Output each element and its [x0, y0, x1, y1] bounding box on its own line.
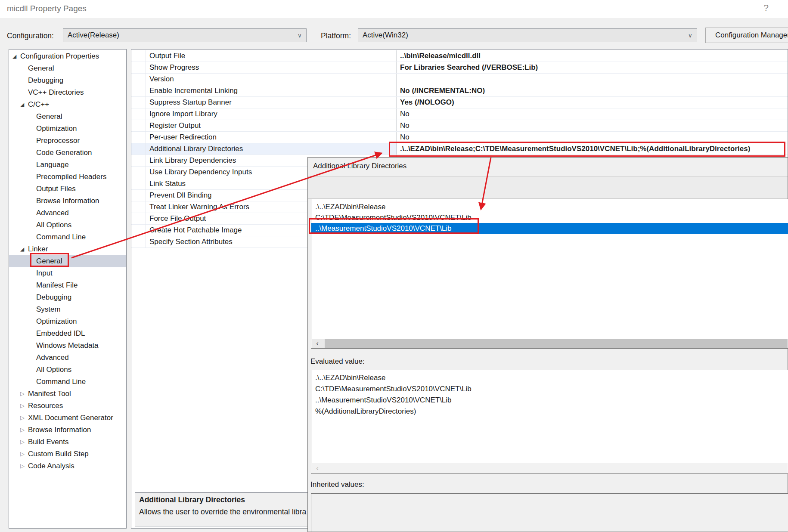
- evaluated-value-box[interactable]: .\..\EZAD\bin\Release C:\TDE\Measurement…: [311, 370, 788, 474]
- property-row-ignore-import-library[interactable]: Ignore Import LibraryNo: [131, 108, 788, 120]
- property-row-output-file[interactable]: Output File..\bin\Release/micdll.dll: [131, 50, 788, 62]
- property-row-enable-incremental-linking[interactable]: Enable Incremental LinkingNo (/INCREMENT…: [131, 85, 788, 97]
- collapsed-arrow-icon[interactable]: ▷: [20, 412, 28, 424]
- tree-item-linker-optimization[interactable]: Optimization: [9, 315, 126, 328]
- expanded-arrow-icon[interactable]: ◢: [20, 99, 28, 111]
- tree-item-general[interactable]: General: [9, 62, 126, 74]
- configuration-dropdown[interactable]: Active(Release) ∨: [63, 28, 307, 42]
- property-value[interactable]: No: [397, 120, 788, 131]
- configuration-value: Active(Release): [68, 31, 119, 39]
- tree-item-label: Language: [36, 161, 69, 169]
- platform-dropdown[interactable]: Active(Win32) ∨: [358, 28, 697, 42]
- property-name[interactable]: Show Progress: [131, 62, 397, 73]
- collapsed-arrow-icon[interactable]: ▷: [20, 424, 28, 436]
- tree-item-embedded-idl[interactable]: Embedded IDL: [9, 328, 126, 340]
- tree-item-label: General: [36, 112, 62, 121]
- tree-item-windows-metadata[interactable]: Windows Metadata: [9, 340, 126, 352]
- configuration-manager-button[interactable]: Configuration Manager...: [705, 28, 788, 43]
- directory-item[interactable]: .\..\EZAD\bin\Release: [311, 201, 788, 212]
- property-row-per-user-redirection[interactable]: Per-user RedirectionNo: [131, 132, 788, 143]
- tree-item-code-generation[interactable]: Code Generation: [9, 147, 126, 159]
- tree-item-cpp-optimization[interactable]: Optimization: [9, 123, 126, 135]
- tree-item-vc-directories[interactable]: VC++ Directories: [9, 87, 126, 99]
- tree-item-linker-input[interactable]: Input: [9, 267, 126, 279]
- property-row-suppress-startup-banner[interactable]: Suppress Startup BannerYes (/NOLOGO): [131, 97, 788, 108]
- tree-item-custom-build-step[interactable]: ▷Custom Build Step: [9, 448, 126, 460]
- tree-item-linker-command-line[interactable]: Command Line: [9, 376, 126, 388]
- tree-item-label: Optimization: [36, 124, 77, 133]
- tree-item-label: Manifest File: [36, 281, 78, 289]
- property-name[interactable]: Per-user Redirection: [131, 132, 397, 143]
- tree-item-preprocessor[interactable]: Preprocessor: [9, 135, 126, 147]
- scroll-left-icon[interactable]: ‹: [312, 339, 323, 348]
- property-name[interactable]: Additional Library Directories: [131, 143, 397, 155]
- expanded-arrow-icon[interactable]: ◢: [20, 243, 28, 255]
- tree-item-linker-advanced[interactable]: Advanced: [9, 352, 126, 364]
- horizontal-scrollbar-disabled[interactable]: ‹: [312, 464, 788, 473]
- property-row-show-progress[interactable]: Show ProgressFor Libraries Searched (/VE…: [131, 62, 788, 74]
- property-row-register-output[interactable]: Register OutputNo: [131, 120, 788, 132]
- collapsed-arrow-icon[interactable]: ▷: [20, 448, 28, 460]
- tree-item-output-files[interactable]: Output Files: [9, 183, 126, 195]
- property-name[interactable]: Suppress Startup Banner: [131, 97, 397, 108]
- additional-library-directories-popup: Additional Library Directories .\..\EZAD…: [307, 157, 788, 532]
- tree-item-linker[interactable]: ◢Linker: [9, 243, 126, 255]
- scroll-left-icon[interactable]: ‹: [312, 464, 323, 473]
- help-icon[interactable]: ?: [760, 3, 772, 13]
- property-name[interactable]: Enable Incremental Linking: [131, 85, 397, 96]
- tree-item-linker-debugging[interactable]: Debugging: [9, 291, 126, 303]
- tree-item-resources[interactable]: ▷Resources: [9, 400, 126, 412]
- tree-item-configuration-properties[interactable]: ◢Configuration Properties: [9, 50, 126, 62]
- tree-item-build-events[interactable]: ▷Build Events: [9, 436, 126, 448]
- scrollbar-thumb[interactable]: [325, 339, 788, 348]
- tree-item-system[interactable]: System: [9, 303, 126, 315]
- collapsed-arrow-icon[interactable]: ▷: [20, 400, 28, 412]
- property-value[interactable]: [397, 74, 788, 85]
- tree-item-cpp-general[interactable]: General: [9, 111, 126, 123]
- tree-item-label: Command Line: [36, 377, 86, 386]
- collapsed-arrow-icon[interactable]: ▷: [20, 436, 28, 448]
- tree-item-precompiled-headers[interactable]: Precompiled Headers: [9, 171, 126, 183]
- property-value[interactable]: No (/INCREMENTAL:NO): [397, 85, 788, 96]
- property-value[interactable]: No: [397, 132, 788, 143]
- inherited-values-box[interactable]: [311, 493, 788, 532]
- property-row-version[interactable]: Version: [131, 74, 788, 85]
- tree-item-linker-general[interactable]: General: [9, 255, 126, 267]
- directory-item-selected[interactable]: ..\MeasurementStudioVS2010\VCNET\Lib: [311, 223, 788, 234]
- tree-item-cpp-command-line[interactable]: Command Line: [9, 231, 126, 243]
- tree-item-xml-document-generator[interactable]: ▷XML Document Generator: [9, 412, 126, 424]
- directories-list[interactable]: .\..\EZAD\bin\Release C:\TDE\Measurement…: [311, 199, 788, 349]
- collapsed-arrow-icon[interactable]: ▷: [20, 460, 28, 472]
- property-name[interactable]: Register Output: [131, 120, 397, 131]
- tree-item-cpp-all-options[interactable]: All Options: [9, 219, 126, 231]
- tree-item-browse-information[interactable]: Browse Information: [9, 195, 126, 207]
- horizontal-scrollbar[interactable]: ‹: [312, 339, 788, 348]
- property-name[interactable]: Version: [131, 74, 397, 85]
- tree-item-language[interactable]: Language: [9, 159, 126, 171]
- property-value[interactable]: Yes (/NOLOGO): [397, 97, 788, 108]
- directory-item[interactable]: C:\TDE\MeasurementStudioVS2010\VCNET\Lib: [311, 212, 788, 223]
- description-title: Additional Library Directories: [139, 495, 245, 504]
- tree-item-label: Configuration Properties: [20, 52, 99, 60]
- property-value[interactable]: For Libraries Searched (/VERBOSE:Lib): [397, 62, 788, 73]
- collapsed-arrow-icon[interactable]: ▷: [20, 388, 28, 400]
- tree-item-debugging[interactable]: Debugging: [9, 74, 126, 87]
- tree-item-label: C/C++: [28, 100, 49, 108]
- expanded-arrow-icon[interactable]: ◢: [12, 50, 20, 62]
- tree-item-manifest-tool[interactable]: ▷Manifest Tool: [9, 388, 126, 400]
- property-row-additional-library-directories[interactable]: Additional Library Directories.\..\EZAD\…: [131, 143, 788, 155]
- property-name[interactable]: Ignore Import Library: [131, 108, 397, 120]
- tree-item-label: Advanced: [36, 353, 69, 362]
- tree-item-manifest-file[interactable]: Manifest File: [9, 279, 126, 291]
- tree-item-browse-information-tool[interactable]: ▷Browse Information: [9, 424, 126, 436]
- property-value[interactable]: .\..\EZAD\bin\Release;C:\TDE\Measurement…: [397, 143, 788, 155]
- tree-item-code-analysis[interactable]: ▷Code Analysis: [9, 460, 126, 472]
- tree-item-linker-all-options[interactable]: All Options: [9, 364, 126, 376]
- property-value[interactable]: ..\bin\Release/micdll.dll: [397, 50, 788, 62]
- tree-item-c-cpp[interactable]: ◢C/C++: [9, 99, 126, 111]
- tree-item-cpp-advanced[interactable]: Advanced: [9, 207, 126, 219]
- inherited-values-label: Inherited values:: [310, 480, 364, 489]
- tree-item-label: Optimization: [36, 317, 77, 325]
- property-name[interactable]: Output File: [131, 50, 397, 62]
- property-value[interactable]: No: [397, 108, 788, 120]
